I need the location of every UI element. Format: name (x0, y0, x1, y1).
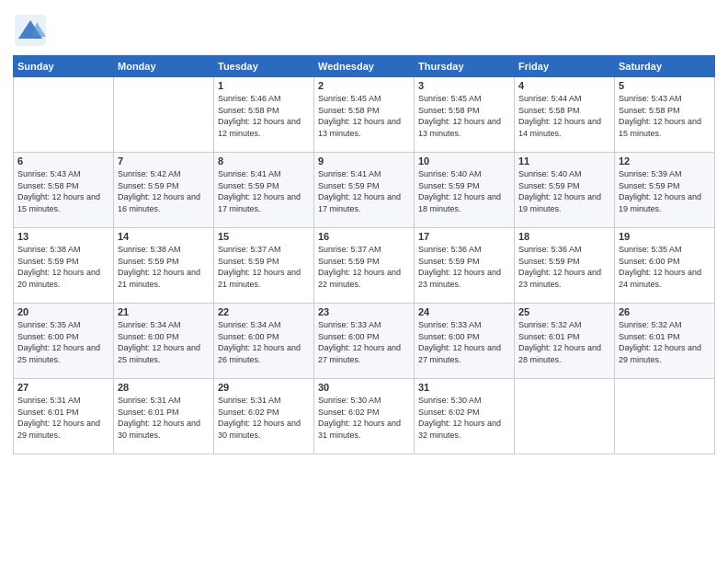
page: SundayMondayTuesdayWednesdayThursdayFrid… (0, 0, 728, 563)
calendar-cell: 9Sunrise: 5:41 AM Sunset: 5:59 PM Daylig… (314, 153, 415, 228)
calendar-cell: 16Sunrise: 5:37 AM Sunset: 5:59 PM Dayli… (314, 228, 415, 304)
day-detail: Sunrise: 5:36 AM Sunset: 5:59 PM Dayligh… (518, 244, 610, 290)
day-number: 20 (17, 306, 109, 317)
calendar-cell: 28Sunrise: 5:31 AM Sunset: 6:01 PM Dayli… (114, 379, 214, 454)
day-detail: Sunrise: 5:34 AM Sunset: 6:00 PM Dayligh… (218, 319, 310, 365)
calendar-cell: 17Sunrise: 5:36 AM Sunset: 5:59 PM Dayli… (415, 228, 515, 304)
day-number: 28 (118, 382, 210, 393)
calendar-cell (515, 379, 615, 454)
weekday-header-tuesday: Tuesday (214, 56, 314, 77)
day-detail: Sunrise: 5:40 AM Sunset: 5:59 PM Dayligh… (518, 168, 610, 214)
day-number: 9 (318, 155, 410, 167)
day-number: 30 (318, 382, 410, 393)
calendar-cell: 18Sunrise: 5:36 AM Sunset: 5:59 PM Dayli… (515, 228, 615, 304)
calendar-cell: 6Sunrise: 5:43 AM Sunset: 5:58 PM Daylig… (14, 153, 114, 228)
calendar-cell: 4Sunrise: 5:44 AM Sunset: 5:58 PM Daylig… (515, 77, 615, 153)
day-detail: Sunrise: 5:44 AM Sunset: 5:58 PM Dayligh… (518, 93, 610, 139)
day-number: 13 (17, 231, 109, 242)
day-number: 14 (118, 231, 210, 242)
day-detail: Sunrise: 5:31 AM Sunset: 6:01 PM Dayligh… (17, 395, 109, 441)
day-number: 15 (218, 231, 310, 242)
calendar-cell: 12Sunrise: 5:39 AM Sunset: 5:59 PM Dayli… (615, 153, 715, 228)
day-detail: Sunrise: 5:33 AM Sunset: 6:00 PM Dayligh… (318, 319, 410, 365)
day-detail: Sunrise: 5:41 AM Sunset: 5:59 PM Dayligh… (218, 168, 310, 214)
day-number: 10 (418, 155, 510, 167)
day-detail: Sunrise: 5:38 AM Sunset: 5:59 PM Dayligh… (118, 244, 210, 290)
day-detail: Sunrise: 5:45 AM Sunset: 5:58 PM Dayligh… (318, 93, 410, 139)
day-detail: Sunrise: 5:32 AM Sunset: 6:01 PM Dayligh… (518, 319, 610, 365)
day-detail: Sunrise: 5:37 AM Sunset: 5:59 PM Dayligh… (218, 244, 310, 290)
day-detail: Sunrise: 5:36 AM Sunset: 5:59 PM Dayligh… (418, 244, 510, 290)
day-detail: Sunrise: 5:45 AM Sunset: 5:58 PM Dayligh… (418, 93, 510, 139)
calendar-cell: 20Sunrise: 5:35 AM Sunset: 6:00 PM Dayli… (14, 304, 114, 379)
day-detail: Sunrise: 5:40 AM Sunset: 5:59 PM Dayligh… (418, 168, 510, 214)
day-number: 21 (118, 306, 210, 317)
day-number: 27 (17, 382, 109, 393)
day-number: 2 (318, 80, 410, 91)
calendar-cell: 24Sunrise: 5:33 AM Sunset: 6:00 PM Dayli… (415, 304, 515, 379)
day-detail: Sunrise: 5:42 AM Sunset: 5:59 PM Dayligh… (118, 168, 210, 214)
day-number: 4 (518, 80, 610, 91)
day-detail: Sunrise: 5:35 AM Sunset: 6:00 PM Dayligh… (619, 244, 711, 290)
calendar-cell: 5Sunrise: 5:43 AM Sunset: 5:58 PM Daylig… (615, 77, 715, 153)
day-number: 18 (518, 231, 610, 242)
calendar-cell: 2Sunrise: 5:45 AM Sunset: 5:58 PM Daylig… (314, 77, 415, 153)
day-detail: Sunrise: 5:37 AM Sunset: 5:59 PM Dayligh… (318, 244, 410, 290)
calendar-cell: 14Sunrise: 5:38 AM Sunset: 5:59 PM Dayli… (114, 228, 214, 304)
day-detail: Sunrise: 5:43 AM Sunset: 5:58 PM Dayligh… (619, 93, 711, 139)
day-number: 17 (418, 231, 510, 242)
calendar-cell: 10Sunrise: 5:40 AM Sunset: 5:59 PM Dayli… (415, 153, 515, 228)
day-detail: Sunrise: 5:32 AM Sunset: 6:01 PM Dayligh… (619, 319, 711, 365)
day-number: 29 (218, 382, 310, 393)
weekday-header-wednesday: Wednesday (314, 56, 415, 77)
calendar-cell: 21Sunrise: 5:34 AM Sunset: 6:00 PM Dayli… (114, 304, 214, 379)
calendar-cell: 27Sunrise: 5:31 AM Sunset: 6:01 PM Dayli… (14, 379, 114, 454)
week-row-5: 27Sunrise: 5:31 AM Sunset: 6:01 PM Dayli… (14, 379, 715, 454)
day-number: 22 (218, 306, 310, 317)
day-detail: Sunrise: 5:46 AM Sunset: 5:58 PM Dayligh… (218, 93, 310, 139)
day-detail: Sunrise: 5:38 AM Sunset: 5:59 PM Dayligh… (17, 244, 109, 290)
day-number: 3 (418, 80, 510, 91)
calendar-table: SundayMondayTuesdayWednesdayThursdayFrid… (13, 55, 715, 454)
day-detail: Sunrise: 5:34 AM Sunset: 6:00 PM Dayligh… (118, 319, 210, 365)
calendar-cell (114, 77, 214, 153)
weekday-header-thursday: Thursday (415, 56, 515, 77)
calendar-cell: 1Sunrise: 5:46 AM Sunset: 5:58 PM Daylig… (214, 77, 314, 153)
day-detail: Sunrise: 5:35 AM Sunset: 6:00 PM Dayligh… (17, 319, 109, 365)
day-detail: Sunrise: 5:31 AM Sunset: 6:01 PM Dayligh… (118, 395, 210, 441)
week-row-3: 13Sunrise: 5:38 AM Sunset: 5:59 PM Dayli… (14, 228, 715, 304)
calendar-cell: 23Sunrise: 5:33 AM Sunset: 6:00 PM Dayli… (314, 304, 415, 379)
day-detail: Sunrise: 5:33 AM Sunset: 6:00 PM Dayligh… (418, 319, 510, 365)
calendar-cell: 25Sunrise: 5:32 AM Sunset: 6:01 PM Dayli… (515, 304, 615, 379)
day-number: 1 (218, 80, 310, 91)
weekday-header-monday: Monday (114, 56, 214, 77)
day-detail: Sunrise: 5:30 AM Sunset: 6:02 PM Dayligh… (418, 395, 510, 441)
calendar-cell: 15Sunrise: 5:37 AM Sunset: 5:59 PM Dayli… (214, 228, 314, 304)
calendar-cell: 11Sunrise: 5:40 AM Sunset: 5:59 PM Dayli… (515, 153, 615, 228)
day-number: 19 (619, 231, 711, 242)
day-number: 31 (418, 382, 510, 393)
weekday-header-row: SundayMondayTuesdayWednesdayThursdayFrid… (14, 56, 715, 77)
day-detail: Sunrise: 5:43 AM Sunset: 5:58 PM Dayligh… (17, 168, 109, 214)
calendar-cell: 31Sunrise: 5:30 AM Sunset: 6:02 PM Dayli… (415, 379, 515, 454)
week-row-1: 1Sunrise: 5:46 AM Sunset: 5:58 PM Daylig… (14, 77, 715, 153)
day-number: 25 (518, 306, 610, 317)
day-number: 6 (17, 155, 109, 167)
day-number: 8 (218, 155, 310, 167)
day-number: 16 (318, 231, 410, 242)
calendar-cell: 13Sunrise: 5:38 AM Sunset: 5:59 PM Dayli… (14, 228, 114, 304)
day-number: 12 (619, 155, 711, 167)
weekday-header-saturday: Saturday (615, 56, 715, 77)
calendar-cell: 3Sunrise: 5:45 AM Sunset: 5:58 PM Daylig… (415, 77, 515, 153)
logo (13, 13, 51, 48)
day-number: 26 (619, 306, 711, 317)
calendar-cell: 29Sunrise: 5:31 AM Sunset: 6:02 PM Dayli… (214, 379, 314, 454)
calendar-cell: 7Sunrise: 5:42 AM Sunset: 5:59 PM Daylig… (114, 153, 214, 228)
day-number: 5 (619, 80, 711, 91)
day-number: 23 (318, 306, 410, 317)
weekday-header-friday: Friday (515, 56, 615, 77)
calendar-cell: 30Sunrise: 5:30 AM Sunset: 6:02 PM Dayli… (314, 379, 415, 454)
week-row-4: 20Sunrise: 5:35 AM Sunset: 6:00 PM Dayli… (14, 304, 715, 379)
day-detail: Sunrise: 5:30 AM Sunset: 6:02 PM Dayligh… (318, 395, 410, 441)
day-number: 11 (518, 155, 610, 167)
